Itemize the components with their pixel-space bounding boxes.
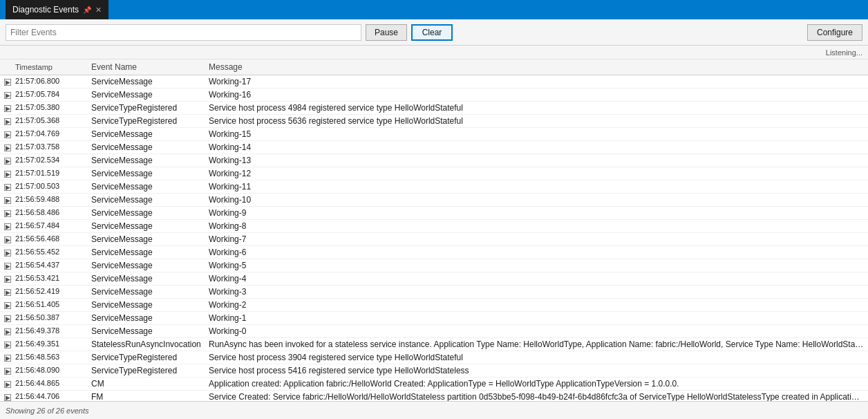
expand-cell[interactable]: ▶ — [0, 141, 11, 154]
table-row[interactable]: ▶21:57:06.800ServiceMessageWorking-17 — [0, 75, 868, 89]
events-table-wrapper[interactable]: Timestamp Event Name Message ▶21:57:06.8… — [0, 59, 868, 401]
expand-cell[interactable]: ▶ — [0, 75, 11, 89]
table-row[interactable]: ▶21:56:44.865CMApplication created: Appl… — [0, 378, 868, 391]
table-row[interactable]: ▶21:57:01.519ServiceMessageWorking-12 — [0, 167, 868, 180]
timestamp-cell: 21:56:50.387 — [11, 312, 87, 325]
table-row[interactable]: ▶21:56:57.484ServiceMessageWorking-8 — [0, 220, 868, 233]
table-row[interactable]: ▶21:56:56.468ServiceMessageWorking-7 — [0, 233, 868, 246]
expand-cell[interactable]: ▶ — [0, 207, 11, 220]
expand-cell[interactable]: ▶ — [0, 89, 11, 102]
table-row[interactable]: ▶21:56:50.387ServiceMessageWorking-1 — [0, 312, 868, 325]
pin-icon[interactable]: 📌 — [83, 6, 91, 14]
expand-cell[interactable]: ▶ — [0, 286, 11, 299]
configure-button[interactable]: Configure — [807, 24, 862, 41]
eventname-cell: ServiceMessage — [87, 220, 205, 233]
diagnostic-events-tab[interactable]: Diagnostic Events 📌 ✕ — [6, 0, 108, 19]
expand-arrow-icon[interactable]: ▶ — [4, 105, 11, 112]
table-row[interactable]: ▶21:56:59.488ServiceMessageWorking-10 — [0, 194, 868, 207]
expand-arrow-icon[interactable]: ▶ — [4, 210, 11, 217]
expand-arrow-icon[interactable]: ▶ — [4, 184, 11, 191]
expand-arrow-icon[interactable]: ▶ — [4, 276, 11, 283]
expand-cell[interactable]: ▶ — [0, 233, 11, 246]
expand-cell[interactable]: ▶ — [0, 102, 11, 115]
expand-cell[interactable]: ▶ — [0, 351, 11, 364]
expand-arrow-icon[interactable]: ▶ — [4, 315, 11, 322]
eventname-cell: ServiceMessage — [87, 154, 205, 167]
expand-arrow-icon[interactable]: ▶ — [4, 368, 11, 375]
table-body: ▶21:57:06.800ServiceMessageWorking-17▶21… — [0, 75, 868, 402]
expand-cell[interactable]: ▶ — [0, 128, 11, 141]
expand-cell[interactable]: ▶ — [0, 364, 11, 378]
message-cell: Service Created: Service fabric:/HelloWo… — [205, 391, 868, 402]
expand-arrow-icon[interactable]: ▶ — [4, 394, 11, 401]
message-cell: Working-14 — [205, 141, 868, 154]
filter-input[interactable] — [6, 24, 361, 41]
table-row[interactable]: ▶21:57:05.380ServiceTypeRegisteredServic… — [0, 102, 868, 115]
message-cell: Working-2 — [205, 299, 868, 312]
expand-cell[interactable]: ▶ — [0, 325, 11, 338]
table-row[interactable]: ▶21:57:02.534ServiceMessageWorking-13 — [0, 154, 868, 167]
expand-arrow-icon[interactable]: ▶ — [4, 355, 11, 362]
expand-arrow-icon[interactable]: ▶ — [4, 171, 11, 178]
expand-cell[interactable]: ▶ — [0, 246, 11, 259]
expand-arrow-icon[interactable]: ▶ — [4, 250, 11, 257]
expand-arrow-icon[interactable]: ▶ — [4, 263, 11, 270]
title-bar-tabs: Diagnostic Events 📌 ✕ — [6, 0, 108, 19]
expand-arrow-icon[interactable]: ▶ — [4, 289, 11, 296]
expand-arrow-icon[interactable]: ▶ — [4, 236, 11, 243]
expand-cell[interactable]: ▶ — [0, 299, 11, 312]
expand-cell[interactable]: ▶ — [0, 391, 11, 402]
table-row[interactable]: ▶21:56:49.351StatelessRunAsyncInvocation… — [0, 338, 868, 351]
expand-arrow-icon[interactable]: ▶ — [4, 158, 11, 165]
eventname-cell: ServiceMessage — [87, 272, 205, 286]
expand-arrow-icon[interactable]: ▶ — [4, 79, 11, 86]
eventname-cell: FM — [87, 391, 205, 402]
table-row[interactable]: ▶21:56:51.405ServiceMessageWorking-2 — [0, 299, 868, 312]
table-row[interactable]: ▶21:57:05.368ServiceTypeRegisteredServic… — [0, 115, 868, 128]
expand-arrow-icon[interactable]: ▶ — [4, 118, 11, 125]
table-row[interactable]: ▶21:57:05.784ServiceMessageWorking-16 — [0, 89, 868, 102]
pause-button[interactable]: Pause — [366, 24, 407, 41]
timestamp-cell: 21:57:02.534 — [11, 154, 87, 167]
eventname-cell: ServiceTypeRegistered — [87, 351, 205, 364]
eventname-cell: ServiceMessage — [87, 141, 205, 154]
table-row[interactable]: ▶21:56:44.706FMService Created: Service … — [0, 391, 868, 402]
expand-arrow-icon[interactable]: ▶ — [4, 328, 11, 335]
table-row[interactable]: ▶21:56:54.437ServiceMessageWorking-5 — [0, 259, 868, 272]
table-row[interactable]: ▶21:56:55.452ServiceMessageWorking-6 — [0, 246, 868, 259]
expand-arrow-icon[interactable]: ▶ — [4, 197, 11, 204]
message-cell: Working-13 — [205, 154, 868, 167]
table-row[interactable]: ▶21:57:04.769ServiceMessageWorking-15 — [0, 128, 868, 141]
expand-cell[interactable]: ▶ — [0, 154, 11, 167]
message-cell: Working-1 — [205, 312, 868, 325]
table-row[interactable]: ▶21:56:58.486ServiceMessageWorking-9 — [0, 207, 868, 220]
expand-cell[interactable]: ▶ — [0, 378, 11, 391]
expand-arrow-icon[interactable]: ▶ — [4, 381, 11, 388]
message-cell: Working-7 — [205, 233, 868, 246]
expand-arrow-icon[interactable]: ▶ — [4, 302, 11, 309]
expand-arrow-icon[interactable]: ▶ — [4, 145, 11, 151]
expand-cell[interactable]: ▶ — [0, 312, 11, 325]
table-row[interactable]: ▶21:56:48.090ServiceTypeRegisteredServic… — [0, 364, 868, 378]
expand-cell[interactable]: ▶ — [0, 272, 11, 286]
expand-arrow-icon[interactable]: ▶ — [4, 92, 11, 99]
table-row[interactable]: ▶21:57:03.758ServiceMessageWorking-14 — [0, 141, 868, 154]
expand-arrow-icon[interactable]: ▶ — [4, 342, 11, 348]
expand-cell[interactable]: ▶ — [0, 338, 11, 351]
table-row[interactable]: ▶21:57:00.503ServiceMessageWorking-11 — [0, 180, 868, 194]
expand-arrow-icon[interactable]: ▶ — [4, 131, 11, 138]
expand-cell[interactable]: ▶ — [0, 167, 11, 180]
expand-cell[interactable]: ▶ — [0, 115, 11, 128]
table-row[interactable]: ▶21:56:53.421ServiceMessageWorking-4 — [0, 272, 868, 286]
message-cell: Working-6 — [205, 246, 868, 259]
expand-cell[interactable]: ▶ — [0, 259, 11, 272]
expand-cell[interactable]: ▶ — [0, 220, 11, 233]
expand-arrow-icon[interactable]: ▶ — [4, 223, 11, 230]
table-row[interactable]: ▶21:56:52.419ServiceMessageWorking-3 — [0, 286, 868, 299]
table-row[interactable]: ▶21:56:48.563ServiceTypeRegisteredServic… — [0, 351, 868, 364]
expand-cell[interactable]: ▶ — [0, 180, 11, 194]
expand-cell[interactable]: ▶ — [0, 194, 11, 207]
close-icon[interactable]: ✕ — [95, 6, 102, 15]
table-row[interactable]: ▶21:56:49.378ServiceMessageWorking-0 — [0, 325, 868, 338]
clear-button[interactable]: Clear — [411, 24, 453, 41]
